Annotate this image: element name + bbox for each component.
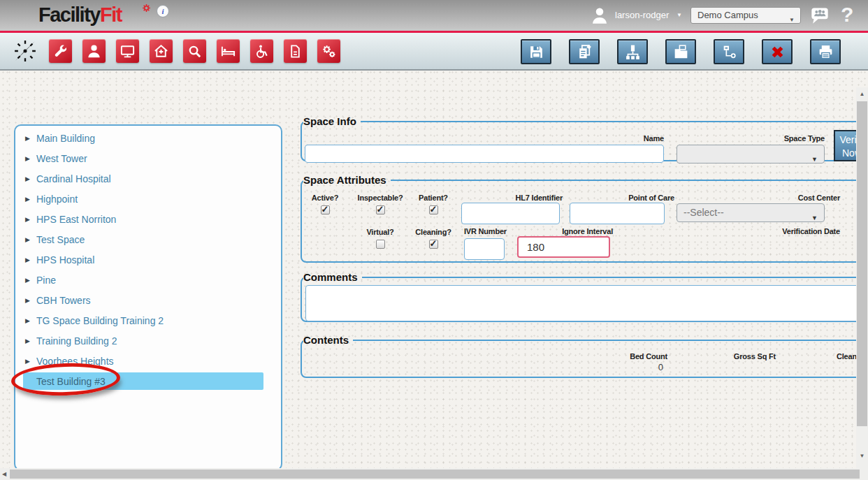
gross-sqft-label: Gross Sq Ft: [706, 352, 776, 361]
tree-item-label: Main Building: [36, 133, 95, 144]
horizontal-scrollbar[interactable]: [0, 468, 868, 480]
scroll-up-arrow[interactable]: [856, 89, 868, 99]
search-button[interactable]: [183, 39, 206, 63]
tree-expand-icon[interactable]: ▶: [23, 358, 36, 365]
cleaning-label: Cleaning?: [411, 228, 456, 236]
tree-item-label: HPS East Norriton: [36, 214, 116, 225]
monitor-button[interactable]: [116, 39, 139, 63]
tree-item-training-building-2[interactable]: ▶ Training Building 2: [23, 332, 263, 349]
inspectable-checkbox[interactable]: [376, 205, 385, 214]
print-button[interactable]: [810, 39, 841, 64]
point-of-care-label: Point of Care: [570, 194, 674, 202]
tree-expand-icon[interactable]: ▶: [23, 317, 36, 324]
tree-expand-icon[interactable]: ▶: [23, 216, 36, 223]
tree-item-label: CBH Towers: [36, 295, 91, 306]
help-button[interactable]: ?: [841, 3, 853, 27]
bed-count-label: Bed Count: [598, 352, 667, 361]
tree-item-cbh-towers[interactable]: ▶ CBH Towers: [23, 291, 263, 309]
tree-expand-icon[interactable]: ▶: [23, 256, 36, 263]
user-button[interactable]: [82, 39, 106, 63]
chat-button[interactable]: [808, 6, 832, 25]
space-type-label: Space Type: [720, 134, 825, 143]
hl7-identifier-input[interactable]: [461, 203, 560, 224]
folder-icon: [672, 43, 690, 61]
patient-checkbox[interactable]: [429, 205, 438, 214]
point-of-care-input[interactable]: [570, 203, 665, 224]
campus-select[interactable]: Demo Campus: [690, 7, 801, 24]
virtual-checkbox[interactable]: [376, 240, 385, 249]
active-checkbox[interactable]: [321, 205, 330, 214]
copy-edit-icon: [576, 43, 593, 61]
tree-expand-icon[interactable]: ▶: [23, 175, 36, 182]
bed-button[interactable]: [217, 39, 240, 63]
cost-center-select[interactable]: --Select--: [677, 203, 825, 222]
hl7-identifier-label: HL7 Identifier: [458, 194, 563, 202]
home-add-button[interactable]: [150, 39, 173, 63]
save-button[interactable]: [521, 39, 551, 64]
home-add-icon: [153, 43, 169, 59]
space-type-select[interactable]: [677, 145, 825, 163]
user-menu-caret-icon: [677, 12, 682, 18]
gears-button[interactable]: [317, 39, 340, 63]
bed-icon: [220, 43, 236, 59]
monitor-icon: [120, 43, 136, 59]
wheelchair-button[interactable]: [250, 39, 273, 63]
ignore-interval-input[interactable]: [517, 236, 610, 258]
active-label: Active?: [303, 194, 347, 202]
comments-textarea[interactable]: [305, 285, 868, 321]
cost-center-caret-icon: [811, 210, 818, 227]
campus-caret-icon: [789, 13, 795, 28]
facilityfit-app: { "header": { "logo_part1": "Facility", …: [0, 0, 868, 480]
wrench-button[interactable]: [49, 39, 72, 63]
tree-item-west-tower[interactable]: ▶ West Tower: [23, 150, 263, 167]
toolbar-right-group: [521, 39, 841, 64]
virtual-checkbox-cell: Virtual?: [349, 228, 411, 249]
vertical-scrollbar[interactable]: [856, 87, 868, 468]
horizontal-scroll-thumb[interactable]: [10, 470, 860, 479]
tree-expand-icon[interactable]: ▶: [23, 277, 36, 284]
compass-icon[interactable]: [12, 38, 38, 64]
campus-select-value: Demo Campus: [697, 10, 758, 20]
bed-count-value: 0: [598, 362, 667, 372]
tree-item-tg-space-building-training-2[interactable]: ▶ TG Space Building Training 2: [23, 312, 263, 329]
app-logo: FacilityFit: [38, 3, 122, 27]
vertical-scroll-thumb[interactable]: [857, 101, 867, 426]
tree-item-main-building[interactable]: ▶ Main Building: [23, 129, 263, 147]
tree-expand-icon[interactable]: ▶: [23, 236, 36, 243]
info-icon[interactable]: i: [157, 5, 169, 17]
folder-button[interactable]: [665, 39, 696, 64]
tree-item-highpoint[interactable]: ▶ Highpoint: [23, 190, 263, 208]
copy-edit-button[interactable]: [569, 39, 600, 64]
delete-x-icon: [769, 43, 786, 61]
scroll-down-arrow[interactable]: [856, 451, 868, 461]
tree-item-label: HPS Hospital: [36, 254, 94, 266]
tree-expand-icon[interactable]: ▶: [23, 135, 36, 142]
tree-expand-icon[interactable]: ▶: [23, 155, 36, 162]
tree-item-test-space[interactable]: ▶ Test Space: [23, 231, 263, 248]
tree-item-label: Pine: [36, 275, 56, 286]
print-icon: [817, 43, 834, 61]
user-menu[interactable]: larson-rodger: [615, 10, 669, 20]
tree-toggle-button[interactable]: [714, 39, 744, 64]
inspectable-label: Inspectable?: [349, 194, 411, 202]
logo-text-facility: Facility: [38, 3, 100, 26]
cost-center-value: --Select--: [683, 207, 724, 218]
delete-x-button[interactable]: [762, 39, 793, 64]
tree-item-cardinal-hospital[interactable]: ▶ Cardinal Hospital: [23, 170, 263, 187]
name-input[interactable]: [305, 145, 664, 163]
tree-item-hps-hospital[interactable]: ▶ HPS Hospital: [23, 251, 263, 268]
tree-expand-icon[interactable]: ▶: [23, 297, 36, 304]
tree-item-pine[interactable]: ▶ Pine: [23, 271, 263, 289]
tree-expand-icon[interactable]: ▶: [23, 196, 36, 203]
contents-legend: Contents: [303, 334, 353, 346]
cleaning-checkbox-cell: Cleaning?: [411, 228, 456, 249]
org-tree-button[interactable]: [617, 39, 648, 64]
patient-label: Patient?: [411, 194, 456, 202]
tree-item-hps-east-norriton[interactable]: ▶ HPS East Norriton: [23, 210, 263, 228]
cleaning-checkbox[interactable]: [429, 240, 438, 249]
wrench-icon: [52, 43, 68, 59]
document-button[interactable]: [284, 39, 307, 63]
tree-expand-icon[interactable]: ▶: [23, 337, 36, 344]
toolbar: [0, 33, 868, 71]
ivr-number-input[interactable]: [464, 238, 505, 260]
